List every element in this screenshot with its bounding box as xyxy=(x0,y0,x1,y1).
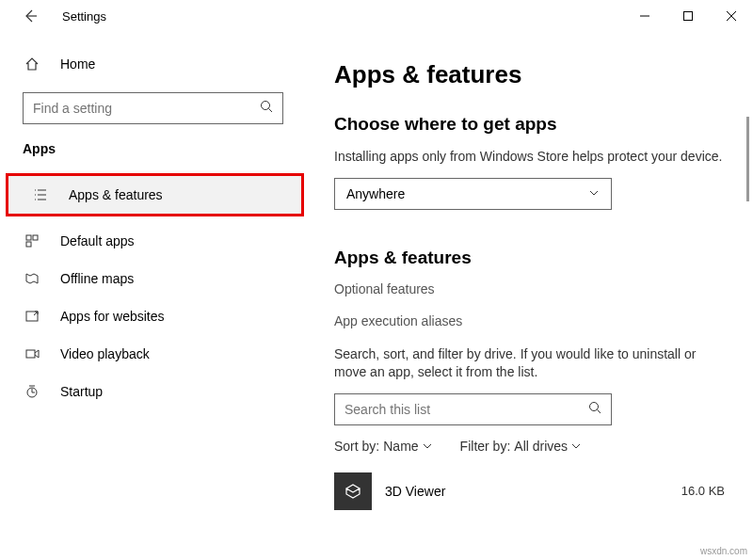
watermark: wsxdn.com xyxy=(700,546,747,556)
app-name: 3D Viewer xyxy=(385,484,445,499)
svg-point-21 xyxy=(590,402,599,410)
nav-default-apps[interactable]: Default apps xyxy=(0,222,306,260)
window-title: Settings xyxy=(62,9,106,24)
apps-search-input[interactable] xyxy=(344,402,588,417)
optional-features-link[interactable]: Optional features xyxy=(334,281,725,296)
sort-by-dropdown[interactable]: Name xyxy=(383,439,431,454)
minimize-icon xyxy=(640,11,649,21)
svg-rect-14 xyxy=(26,242,31,247)
nav-label: Video playback xyxy=(60,346,150,361)
apps-list-desc: Search, sort, and filter by drive. If yo… xyxy=(334,345,725,382)
settings-search[interactable] xyxy=(23,92,283,124)
sort-filter-row: Sort by: Name Filter by: All drives xyxy=(334,439,725,454)
list-icon xyxy=(31,187,50,202)
apps-search[interactable] xyxy=(334,393,612,425)
back-button[interactable] xyxy=(13,0,47,32)
search-icon xyxy=(260,100,273,117)
search-icon xyxy=(588,401,601,418)
titlebar: Settings xyxy=(0,0,753,32)
app-size: 16.0 KB xyxy=(681,484,725,498)
nav-apps-websites[interactable]: Apps for websites xyxy=(0,297,306,335)
main-panel: Apps & features Choose where to get apps… xyxy=(306,32,753,560)
search-input[interactable] xyxy=(33,101,260,116)
sort-label: Sort by: xyxy=(334,439,379,454)
close-icon xyxy=(727,11,736,21)
nav-label: Startup xyxy=(60,384,103,399)
map-icon xyxy=(23,271,41,286)
svg-point-4 xyxy=(262,102,270,110)
chevron-down-icon xyxy=(423,441,432,451)
startup-icon xyxy=(23,384,41,399)
svg-rect-12 xyxy=(26,235,31,240)
sidebar-home[interactable]: Home xyxy=(0,47,306,81)
websites-icon xyxy=(23,309,41,324)
close-button[interactable] xyxy=(710,0,753,32)
minimize-button[interactable] xyxy=(623,0,666,32)
nav-video-playback[interactable]: Video playback xyxy=(0,335,306,373)
section-apps-features-title: Apps & features xyxy=(334,248,725,268)
svg-line-5 xyxy=(269,109,273,113)
maximize-button[interactable] xyxy=(666,0,710,32)
page-title: Apps & features xyxy=(334,60,725,89)
nav-label: Apps for websites xyxy=(60,309,165,324)
app-source-dropdown[interactable]: Anywhere xyxy=(334,178,612,210)
svg-rect-16 xyxy=(26,350,35,358)
category-label: Apps xyxy=(0,141,306,156)
default-apps-icon xyxy=(23,233,41,248)
nav-offline-maps[interactable]: Offline maps xyxy=(0,260,306,297)
video-icon xyxy=(23,346,41,361)
chevron-down-icon xyxy=(571,441,581,451)
window-controls xyxy=(623,0,753,32)
arrow-left-icon xyxy=(23,8,38,24)
scrollbar[interactable] xyxy=(746,117,749,201)
nav-startup[interactable]: Startup xyxy=(0,373,306,410)
nav-label: Default apps xyxy=(60,233,135,248)
home-icon xyxy=(23,56,41,72)
filter-label: Filter by: xyxy=(460,439,511,454)
nav-label: Offline maps xyxy=(60,271,134,286)
maximize-icon xyxy=(683,11,693,21)
nav-label: Apps & features xyxy=(69,187,163,202)
svg-rect-13 xyxy=(33,235,38,240)
nav-apps-features[interactable]: Apps & features xyxy=(8,176,301,214)
app-icon xyxy=(334,472,372,510)
sidebar: Home Apps Apps & features Default apps O… xyxy=(0,32,306,560)
section-choose-apps-title: Choose where to get apps xyxy=(334,114,725,135)
svg-rect-1 xyxy=(684,12,693,21)
app-aliases-link[interactable]: App execution aliases xyxy=(334,313,725,328)
dropdown-value: Anywhere xyxy=(346,186,405,201)
section-choose-apps-desc: Installing apps only from Windows Store … xyxy=(334,148,725,167)
filter-by-dropdown[interactable]: All drives xyxy=(514,439,581,454)
chevron-down-icon xyxy=(588,186,600,201)
app-list-item[interactable]: 3D Viewer 16.0 KB xyxy=(334,472,725,510)
svg-line-22 xyxy=(598,409,601,413)
highlight-annotation: Apps & features xyxy=(6,173,304,216)
home-label: Home xyxy=(60,56,95,72)
